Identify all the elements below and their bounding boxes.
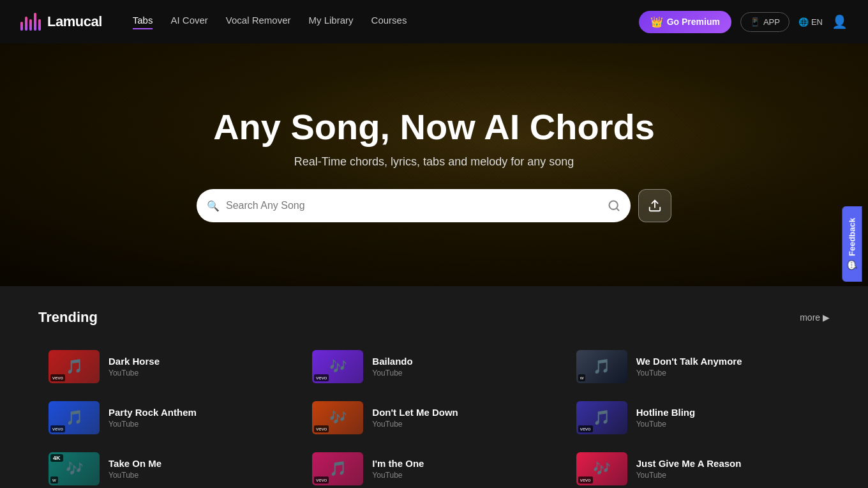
song-source: YouTube xyxy=(108,471,161,480)
song-thumbnail: 🎵 w xyxy=(576,350,627,383)
premium-button[interactable]: 👑 Go Premium xyxy=(639,11,731,33)
globe-icon: 🌐 xyxy=(798,17,809,27)
nav-tabs[interactable]: Tabs xyxy=(133,15,153,29)
song-source: YouTube xyxy=(108,420,197,429)
hero-section: Any Song, Now AI Chords Real-Time chords… xyxy=(0,43,868,286)
trending-section: Trending more ▶ 🎵 vevo Dark Horse YouTub… xyxy=(0,286,868,488)
song-thumbnail: 🎶 vevo xyxy=(576,452,627,485)
nav-courses[interactable]: Courses xyxy=(371,15,407,29)
trending-header: Trending more ▶ xyxy=(38,309,830,326)
song-thumbnail: 🎵 vevo xyxy=(49,401,100,434)
song-title: Bailando xyxy=(372,356,412,367)
crown-icon: 👑 xyxy=(650,16,663,28)
list-item[interactable]: 🎶 4K w Take On Me YouTube xyxy=(38,443,302,488)
list-item[interactable]: 🎶 vevo Bailando YouTube xyxy=(302,341,565,392)
search-input[interactable] xyxy=(226,200,601,211)
trending-grid: 🎵 vevo Dark Horse YouTube 🎶 vevo Bailand… xyxy=(38,341,830,488)
trending-title: Trending xyxy=(38,309,98,326)
logo-text: Lamucal xyxy=(47,13,102,30)
user-avatar[interactable]: 👤 xyxy=(832,14,848,29)
app-button[interactable]: 📱 APP xyxy=(740,12,789,32)
hero-content: Any Song, Now AI Chords Real-Time chords… xyxy=(0,107,868,223)
song-thumbnail: 🎶 vevo xyxy=(312,350,363,383)
list-item[interactable]: 🎵 vevo I'm the One YouTube xyxy=(302,443,565,488)
song-thumbnail: 🎵 vevo xyxy=(312,452,363,485)
search-box: 🔍 xyxy=(197,189,631,222)
song-title: We Don't Talk Anymore xyxy=(636,356,742,367)
song-thumbnail: 🎵 vevo xyxy=(49,350,100,383)
navbar: Lamucal Tabs AI Cover Vocal Remover My L… xyxy=(0,0,868,43)
song-source: YouTube xyxy=(636,420,696,429)
hero-title: Any Song, Now AI Chords xyxy=(13,107,855,147)
song-title: I'm the One xyxy=(372,458,424,469)
list-item[interactable]: 🎵 vevo Dark Horse YouTube xyxy=(38,341,302,392)
search-bar-row: 🔍 xyxy=(13,189,855,222)
list-item[interactable]: 🎵 vevo Party Rock Anthem YouTube xyxy=(38,392,302,443)
nav-right: 👑 Go Premium 📱 APP 🌐 EN 👤 xyxy=(639,11,848,33)
nav-my-library[interactable]: My Library xyxy=(309,15,354,29)
upload-button[interactable] xyxy=(638,189,671,222)
song-thumbnail: 🎶 4K w xyxy=(49,452,100,485)
feedback-label: Feedback xyxy=(848,218,857,256)
search-icon-left: 🔍 xyxy=(207,200,220,212)
song-title: Party Rock Anthem xyxy=(108,407,197,418)
logo-icon xyxy=(20,13,41,31)
mobile-icon: 📱 xyxy=(750,17,760,27)
song-title: Hotline Bling xyxy=(636,407,696,418)
song-thumbnail: 🎶 vevo xyxy=(312,401,363,434)
song-source: YouTube xyxy=(372,471,424,480)
feedback-icon: 💬 xyxy=(848,260,857,270)
search-button[interactable] xyxy=(608,199,620,212)
song-source: YouTube xyxy=(636,369,742,377)
language-button[interactable]: 🌐 EN xyxy=(798,17,823,27)
song-title: Don't Let Me Down xyxy=(372,407,458,418)
song-thumbnail: 🎵 vevo xyxy=(576,401,627,434)
nav-links: Tabs AI Cover Vocal Remover My Library C… xyxy=(133,15,618,29)
svg-line-1 xyxy=(617,208,619,211)
more-link[interactable]: more ▶ xyxy=(800,312,830,323)
song-title: Take On Me xyxy=(108,458,161,469)
song-title: Just Give Me A Reason xyxy=(636,458,742,469)
nav-ai-cover[interactable]: AI Cover xyxy=(170,15,207,29)
song-title: Dark Horse xyxy=(108,356,160,367)
list-item[interactable]: 🎵 vevo Hotline Bling YouTube xyxy=(566,392,830,443)
song-source: YouTube xyxy=(108,369,160,377)
list-item[interactable]: 🎶 vevo Don't Let Me Down YouTube xyxy=(302,392,565,443)
nav-vocal-remover[interactable]: Vocal Remover xyxy=(226,15,291,29)
song-source: YouTube xyxy=(636,471,742,480)
list-item[interactable]: 🎵 w We Don't Talk Anymore YouTube xyxy=(566,341,830,392)
song-source: YouTube xyxy=(372,420,458,429)
hero-subtitle: Real-Time chords, lyrics, tabs and melod… xyxy=(13,155,855,169)
list-item[interactable]: 🎶 vevo Just Give Me A Reason YouTube xyxy=(566,443,830,488)
song-source: YouTube xyxy=(372,369,412,377)
logo[interactable]: Lamucal xyxy=(20,13,102,31)
feedback-button[interactable]: 💬 Feedback xyxy=(842,206,862,282)
